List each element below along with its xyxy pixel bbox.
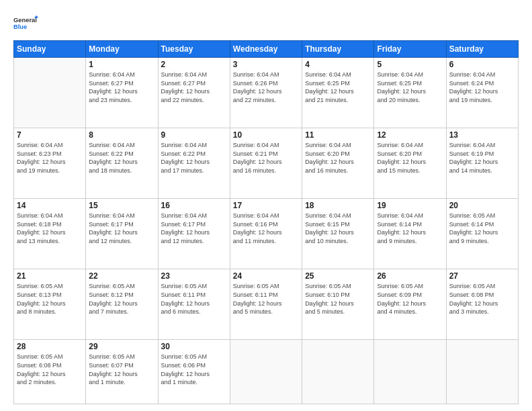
calendar-cell: 29Sunrise: 6:05 AMSunset: 6:07 PMDayligh… xyxy=(86,340,158,404)
calendar-cell: 30Sunrise: 6:05 AMSunset: 6:06 PMDayligh… xyxy=(158,340,230,404)
calendar-table: SundayMondayTuesdayWednesdayThursdayFrid… xyxy=(13,40,519,404)
day-number: 22 xyxy=(89,271,154,281)
day-number: 5 xyxy=(377,60,443,69)
calendar-cell: 12Sunrise: 6:04 AMSunset: 6:20 PMDayligh… xyxy=(374,128,446,199)
calendar-cell: 24Sunrise: 6:05 AMSunset: 6:11 PMDayligh… xyxy=(230,269,302,340)
day-number: 8 xyxy=(89,130,154,140)
day-info: Sunrise: 6:04 AMSunset: 6:22 PMDaylight:… xyxy=(161,141,227,175)
calendar-cell: 16Sunrise: 6:04 AMSunset: 6:17 PMDayligh… xyxy=(158,199,230,269)
day-info: Sunrise: 6:04 AMSunset: 6:18 PMDaylight:… xyxy=(17,212,83,245)
day-number: 30 xyxy=(161,342,227,351)
day-number: 15 xyxy=(89,201,154,210)
calendar-cell: 18Sunrise: 6:04 AMSunset: 6:15 PMDayligh… xyxy=(302,199,374,269)
calendar-cell: 23Sunrise: 6:05 AMSunset: 6:11 PMDayligh… xyxy=(158,269,230,340)
calendar-cell: 13Sunrise: 6:04 AMSunset: 6:19 PMDayligh… xyxy=(446,128,518,199)
day-info: Sunrise: 6:04 AMSunset: 6:20 PMDaylight:… xyxy=(377,141,443,175)
day-info: Sunrise: 6:04 AMSunset: 6:24 PMDaylight:… xyxy=(449,71,515,104)
logo-icon: General Blue xyxy=(13,11,38,35)
calendar-cell: 1Sunrise: 6:04 AMSunset: 6:27 PMDaylight… xyxy=(86,58,158,128)
day-number: 19 xyxy=(377,201,443,210)
calendar-cell xyxy=(302,340,374,404)
day-info: Sunrise: 6:05 AMSunset: 6:06 PMDaylight:… xyxy=(161,353,227,386)
day-number: 18 xyxy=(305,201,371,210)
day-info: Sunrise: 6:04 AMSunset: 6:16 PMDaylight:… xyxy=(233,212,299,245)
day-info: Sunrise: 6:04 AMSunset: 6:27 PMDaylight:… xyxy=(89,71,154,104)
day-number: 16 xyxy=(161,201,227,210)
day-number: 11 xyxy=(305,130,371,140)
day-number: 9 xyxy=(161,130,227,140)
svg-text:Blue: Blue xyxy=(13,24,27,30)
day-info: Sunrise: 6:04 AMSunset: 6:17 PMDaylight:… xyxy=(161,212,227,245)
header: General Blue xyxy=(13,11,519,35)
calendar-cell: 14Sunrise: 6:04 AMSunset: 6:18 PMDayligh… xyxy=(14,199,86,269)
weekday-header-row: SundayMondayTuesdayWednesdayThursdayFrid… xyxy=(14,41,519,58)
calendar-cell xyxy=(230,340,302,404)
calendar-cell: 17Sunrise: 6:04 AMSunset: 6:16 PMDayligh… xyxy=(230,199,302,269)
calendar-cell: 15Sunrise: 6:04 AMSunset: 6:17 PMDayligh… xyxy=(86,199,158,269)
calendar-week-row: 1Sunrise: 6:04 AMSunset: 6:27 PMDaylight… xyxy=(14,58,519,128)
day-info: Sunrise: 6:05 AMSunset: 6:08 PMDaylight:… xyxy=(17,353,83,386)
day-info: Sunrise: 6:04 AMSunset: 6:26 PMDaylight:… xyxy=(233,71,299,104)
day-info: Sunrise: 6:05 AMSunset: 6:11 PMDaylight:… xyxy=(233,282,299,316)
calendar-cell: 4Sunrise: 6:04 AMSunset: 6:25 PMDaylight… xyxy=(302,58,374,128)
svg-marker-3 xyxy=(35,17,38,18)
day-info: Sunrise: 6:04 AMSunset: 6:17 PMDaylight:… xyxy=(89,212,154,245)
day-number: 3 xyxy=(233,60,299,69)
day-info: Sunrise: 6:04 AMSunset: 6:14 PMDaylight:… xyxy=(377,212,443,245)
day-info: Sunrise: 6:05 AMSunset: 6:12 PMDaylight:… xyxy=(89,282,154,316)
day-info: Sunrise: 6:04 AMSunset: 6:25 PMDaylight:… xyxy=(305,71,371,104)
weekday-header-cell: Monday xyxy=(86,41,158,58)
day-number: 7 xyxy=(17,130,83,140)
day-number: 13 xyxy=(449,130,515,140)
day-info: Sunrise: 6:04 AMSunset: 6:22 PMDaylight:… xyxy=(89,141,154,175)
calendar-week-row: 7Sunrise: 6:04 AMSunset: 6:23 PMDaylight… xyxy=(14,128,519,199)
day-info: Sunrise: 6:04 AMSunset: 6:27 PMDaylight:… xyxy=(161,71,227,104)
logo: General Blue xyxy=(13,11,38,35)
calendar-cell xyxy=(374,340,446,404)
svg-text:General: General xyxy=(13,17,37,24)
day-number: 26 xyxy=(377,271,443,281)
calendar-cell: 3Sunrise: 6:04 AMSunset: 6:26 PMDaylight… xyxy=(230,58,302,128)
day-info: Sunrise: 6:04 AMSunset: 6:20 PMDaylight:… xyxy=(305,141,371,175)
day-info: Sunrise: 6:05 AMSunset: 6:14 PMDaylight:… xyxy=(449,212,515,245)
weekday-header-cell: Thursday xyxy=(302,41,374,58)
day-info: Sunrise: 6:05 AMSunset: 6:07 PMDaylight:… xyxy=(89,353,154,386)
calendar-cell: 26Sunrise: 6:05 AMSunset: 6:09 PMDayligh… xyxy=(374,269,446,340)
day-number: 28 xyxy=(17,342,83,351)
calendar-week-row: 21Sunrise: 6:05 AMSunset: 6:13 PMDayligh… xyxy=(14,269,519,340)
calendar-cell: 25Sunrise: 6:05 AMSunset: 6:10 PMDayligh… xyxy=(302,269,374,340)
day-number: 4 xyxy=(305,60,371,69)
calendar-week-row: 14Sunrise: 6:04 AMSunset: 6:18 PMDayligh… xyxy=(14,199,519,269)
weekday-header-cell: Saturday xyxy=(446,41,518,58)
calendar-week-row: 28Sunrise: 6:05 AMSunset: 6:08 PMDayligh… xyxy=(14,340,519,404)
weekday-header-cell: Tuesday xyxy=(158,41,230,58)
calendar-body: 1Sunrise: 6:04 AMSunset: 6:27 PMDaylight… xyxy=(14,58,519,404)
day-number: 6 xyxy=(449,60,515,69)
weekday-header-cell: Friday xyxy=(374,41,446,58)
day-number: 29 xyxy=(89,342,154,351)
day-info: Sunrise: 6:05 AMSunset: 6:08 PMDaylight:… xyxy=(449,282,515,316)
day-info: Sunrise: 6:04 AMSunset: 6:23 PMDaylight:… xyxy=(17,141,83,175)
day-number: 24 xyxy=(233,271,299,281)
day-number: 25 xyxy=(305,271,371,281)
calendar-cell: 10Sunrise: 6:04 AMSunset: 6:21 PMDayligh… xyxy=(230,128,302,199)
day-number: 14 xyxy=(17,201,83,210)
day-info: Sunrise: 6:04 AMSunset: 6:15 PMDaylight:… xyxy=(305,212,371,245)
day-info: Sunrise: 6:04 AMSunset: 6:21 PMDaylight:… xyxy=(233,141,299,175)
day-info: Sunrise: 6:05 AMSunset: 6:13 PMDaylight:… xyxy=(17,282,83,316)
day-number: 21 xyxy=(17,271,83,281)
calendar-cell: 9Sunrise: 6:04 AMSunset: 6:22 PMDaylight… xyxy=(158,128,230,199)
day-number: 12 xyxy=(377,130,443,140)
calendar-cell: 22Sunrise: 6:05 AMSunset: 6:12 PMDayligh… xyxy=(86,269,158,340)
calendar-cell: 20Sunrise: 6:05 AMSunset: 6:14 PMDayligh… xyxy=(446,199,518,269)
calendar-cell xyxy=(14,58,86,128)
day-number: 1 xyxy=(89,60,154,69)
day-number: 10 xyxy=(233,130,299,140)
calendar-cell: 5Sunrise: 6:04 AMSunset: 6:25 PMDaylight… xyxy=(374,58,446,128)
calendar-cell: 21Sunrise: 6:05 AMSunset: 6:13 PMDayligh… xyxy=(14,269,86,340)
calendar-cell: 28Sunrise: 6:05 AMSunset: 6:08 PMDayligh… xyxy=(14,340,86,404)
calendar-cell: 2Sunrise: 6:04 AMSunset: 6:27 PMDaylight… xyxy=(158,58,230,128)
day-number: 23 xyxy=(161,271,227,281)
page: General Blue SundayMondayTuesdayWednesda… xyxy=(0,0,532,411)
day-info: Sunrise: 6:05 AMSunset: 6:09 PMDaylight:… xyxy=(377,282,443,316)
